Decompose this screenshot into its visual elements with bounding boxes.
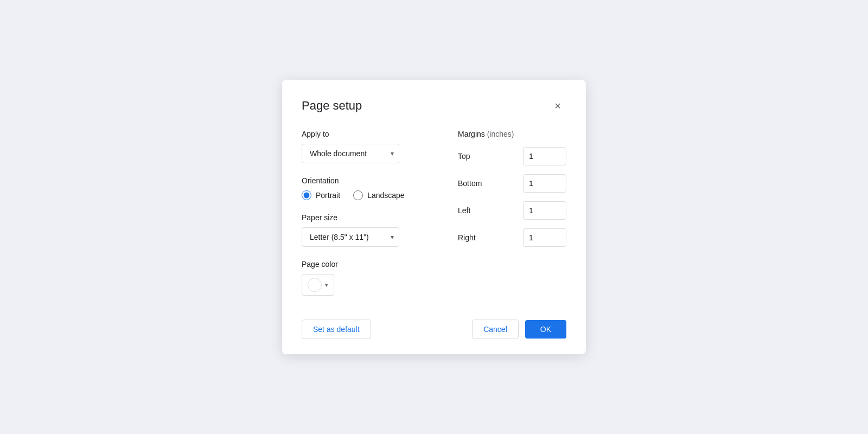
margin-bottom-row: Bottom <box>458 174 566 193</box>
margin-bottom-input[interactable] <box>523 174 566 193</box>
paper-size-label: Paper size <box>302 213 436 222</box>
margin-left-label: Left <box>458 206 485 215</box>
apply-to-select[interactable]: Whole document Selected content <box>302 144 399 163</box>
cancel-button[interactable]: Cancel <box>472 320 519 339</box>
margin-right-input[interactable] <box>523 228 566 247</box>
dialog-title: Page setup <box>302 99 362 113</box>
paper-size-wrapper: Letter (8.5" x 11") A4 (8.27" x 11.69") … <box>302 227 399 247</box>
color-swatch <box>308 278 322 292</box>
margins-unit: (inches) <box>487 130 514 138</box>
margins-label: Margins <box>458 130 485 138</box>
landscape-option[interactable]: Landscape <box>353 190 405 200</box>
page-color-button[interactable]: ▾ <box>302 274 334 296</box>
margin-right-row: Right <box>458 228 566 247</box>
ok-button[interactable]: OK <box>525 320 566 339</box>
apply-to-wrapper: Whole document Selected content ▾ <box>302 144 399 163</box>
apply-to-label: Apply to <box>302 130 436 138</box>
paper-size-section: Paper size Letter (8.5" x 11") A4 (8.27"… <box>302 213 436 247</box>
margin-left-row: Left <box>458 201 566 220</box>
portrait-label: Portrait <box>316 191 340 200</box>
margin-left-input[interactable] <box>523 201 566 220</box>
apply-to-section: Apply to Whole document Selected content… <box>302 130 436 163</box>
dialog-footer: Set as default Cancel OK <box>302 311 566 339</box>
margin-right-label: Right <box>458 233 485 242</box>
orientation-label: Orientation <box>302 176 436 185</box>
landscape-label: Landscape <box>367 191 405 200</box>
page-color-label: Page color <box>302 260 436 269</box>
dialog-body: Apply to Whole document Selected content… <box>302 130 566 296</box>
portrait-radio[interactable] <box>302 190 311 200</box>
margins-title: Margins (inches) <box>458 130 566 138</box>
margin-top-input[interactable] <box>523 147 566 165</box>
page-setup-dialog: Page setup × Apply to Whole document Sel… <box>282 80 586 354</box>
page-color-section: Page color ▾ <box>302 260 436 296</box>
margins-section: Margins (inches) Top Bottom Left Right <box>458 130 566 296</box>
margin-bottom-label: Bottom <box>458 179 485 188</box>
landscape-radio[interactable] <box>353 190 363 200</box>
margin-top-row: Top <box>458 147 566 165</box>
orientation-section: Orientation Portrait Landscape <box>302 176 436 200</box>
dialog-header: Page setup × <box>302 97 566 114</box>
color-arrow-icon: ▾ <box>325 282 328 289</box>
close-button[interactable]: × <box>549 97 566 114</box>
margin-top-label: Top <box>458 152 485 161</box>
orientation-group: Portrait Landscape <box>302 190 436 200</box>
portrait-option[interactable]: Portrait <box>302 190 340 200</box>
left-panel: Apply to Whole document Selected content… <box>302 130 436 296</box>
set-as-default-button[interactable]: Set as default <box>302 320 371 339</box>
paper-size-select[interactable]: Letter (8.5" x 11") A4 (8.27" x 11.69") … <box>302 227 399 247</box>
